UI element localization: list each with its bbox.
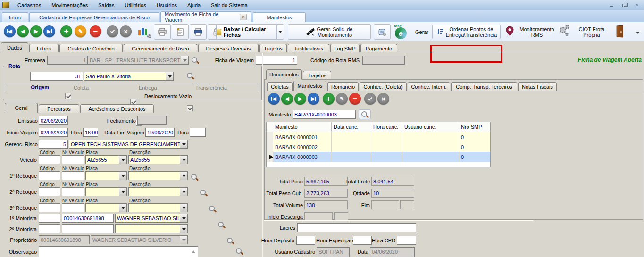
motorista1-combo[interactable]: WAGNER SEBASTIAO SILVE: [115, 214, 188, 223]
menu-saidas[interactable]: Saídas: [93, 2, 119, 8]
page-tab-custos[interactable]: Custos de Convênio: [59, 44, 123, 52]
reboque3-codigo-field[interactable]: [39, 203, 60, 212]
chart-config-icon[interactable]: [138, 26, 150, 37]
left-tab-percursos[interactable]: Percursos: [39, 104, 79, 113]
veiculo-codigo-field[interactable]: [39, 155, 60, 164]
motorista1-dropdown-icon[interactable]: [180, 214, 187, 222]
motorista1-numero-field[interactable]: 00014630691898: [62, 214, 114, 223]
reboque2-numero-field[interactable]: [62, 187, 84, 196]
veiculo-placa-combo[interactable]: AIZ5655: [85, 155, 127, 164]
subtab-notas-fiscais[interactable]: Notas Fiscais: [518, 82, 557, 91]
grid-col-hora-canc[interactable]: Hora canc.: [371, 122, 402, 132]
hora-inicio-field[interactable]: 16:00: [83, 128, 98, 137]
reboque2-placa-combo[interactable]: [85, 187, 127, 196]
grid-first-button[interactable]: ◀: [268, 93, 280, 105]
previous-record-button[interactable]: ◀: [17, 25, 29, 37]
inicio-viagem-field[interactable]: 02/06/2020: [39, 128, 68, 137]
grid-col-nro-smp[interactable]: Nro SMP: [459, 122, 490, 132]
subtab-romaneio[interactable]: Romaneio: [327, 82, 359, 91]
page-tab-pagamento[interactable]: Pagamento: [360, 44, 397, 52]
veiculo-lookup-icon[interactable]: [200, 189, 207, 197]
reboque3-placa-dropdown-icon[interactable]: [119, 204, 126, 212]
script-button[interactable]: [374, 24, 391, 40]
last-record-button[interactable]: ▶: [43, 25, 55, 37]
motorista2-numero-field[interactable]: [62, 224, 114, 233]
rota-lookup-icon[interactable]: [186, 72, 194, 80]
rota-code-field[interactable]: 31: [30, 72, 83, 81]
ciot-button[interactable]: [560, 26, 572, 38]
veiculo-placa-dropdown-icon[interactable]: [119, 156, 126, 164]
gerenc-dropdown-icon[interactable]: [180, 140, 187, 148]
menu-usuarios[interactable]: Usuários: [151, 2, 182, 8]
rota-combo[interactable]: São Paulo X Vitoria: [84, 72, 174, 81]
left-tab-acrescimos[interactable]: Acréscimos e Descontos: [80, 104, 154, 113]
print-button[interactable]: [154, 24, 171, 40]
reboque2-placa-dropdown-icon[interactable]: [119, 188, 126, 196]
rota-dropdown-icon[interactable]: [166, 72, 173, 80]
reboque3-numero-field[interactable]: [62, 203, 84, 212]
edit-record-button[interactable]: ✎: [75, 25, 86, 37]
page-tab-justificativas[interactable]: Justificativas: [288, 44, 329, 52]
menu-cadastros[interactable]: Cadastros: [12, 2, 46, 8]
reboque1-placa-dropdown-icon[interactable]: [119, 172, 126, 180]
gerar-solic-monitoramento-button[interactable]: Gerar. Solic. de Monitoramento: [288, 24, 371, 40]
delete-record-button[interactable]: −: [90, 25, 101, 37]
menu-sair[interactable]: Sair do Sistema: [206, 2, 253, 8]
gerenc-lookup-icon[interactable]: [191, 174, 198, 181]
reboque3-desc-dropdown-icon[interactable]: [180, 204, 187, 212]
veiculo-desc-dropdown-icon[interactable]: [180, 156, 187, 164]
print-preview-button[interactable]: [190, 24, 207, 40]
window-restore-button[interactable]: [618, 2, 630, 9]
reboque3-desc-combo[interactable]: [128, 203, 188, 212]
page-tab-gerenciamento[interactable]: Gerenciamento de Risco: [124, 44, 197, 52]
grid-next-button[interactable]: ▶: [294, 93, 306, 105]
monitoramento-rms-button[interactable]: [506, 26, 514, 37]
empresa-lookup-icon[interactable]: [191, 57, 199, 64]
grid-add-button[interactable]: +: [323, 93, 335, 105]
baixar-dropdown-button[interactable]: [276, 24, 284, 40]
page-tab-filtros[interactable]: Filtros: [29, 44, 59, 52]
reboque2-lookup-icon[interactable]: [217, 221, 225, 229]
reboque1-desc-dropdown-icon[interactable]: [180, 172, 187, 180]
subtab-manifestos[interactable]: Manifestos: [293, 81, 326, 91]
motorista1-codigo-field[interactable]: [39, 214, 60, 223]
hora-expedicao-field[interactable]: [353, 236, 372, 245]
grid-cancel-button[interactable]: ×: [377, 93, 389, 105]
motorista1-lookup-icon[interactable]: [235, 248, 243, 255]
monitoramento-rms-label[interactable]: Monitoramento RMS: [516, 26, 558, 38]
reboque1-codigo-field[interactable]: [39, 171, 60, 180]
confirm-button[interactable]: [107, 25, 118, 37]
gerenc-risco-combo[interactable]: OPEN TECH SISTEMAS DE GERENCIAMENTO DE R…: [69, 140, 188, 149]
manifesto-lookup-button[interactable]: [359, 109, 371, 119]
reboque1-numero-field[interactable]: [62, 171, 84, 180]
lacres-field[interactable]: [297, 223, 416, 232]
reboque1-placa-combo[interactable]: [85, 171, 127, 180]
window-close-button[interactable]: ×: [631, 1, 643, 8]
tab-close-icon[interactable]: ✕: [240, 14, 247, 20]
ciot-label[interactable]: CIOT Frota Própria: [574, 26, 610, 38]
grid-col-usuario-canc[interactable]: Usuario canc.: [402, 122, 459, 132]
page-tab-logsmp[interactable]: Log SMP: [330, 44, 360, 52]
toolbar-overflow-icon[interactable]: [636, 32, 640, 36]
reboque2-desc-dropdown-icon[interactable]: [180, 188, 187, 196]
baixar-calcular-button[interactable]: Baixar / Calcular Fichas: [216, 24, 276, 40]
reboque2-desc-combo[interactable]: [128, 187, 188, 196]
veiculo-desc-combo[interactable]: AIZ5655: [128, 155, 188, 164]
hora-cpd-field[interactable]: [397, 236, 416, 245]
page-tab-despesas[interactable]: Despesas Diversas: [198, 44, 259, 52]
grid-previous-button[interactable]: ◀: [281, 93, 293, 105]
subtab-conhec-intern[interactable]: Conhec. Intern.: [408, 82, 450, 91]
window-minimize-button[interactable]: [605, 1, 618, 8]
menu-movimentacoes[interactable]: Movimentações: [46, 2, 93, 8]
reboque2-codigo-field[interactable]: [39, 187, 60, 196]
ordenar-pontos-button[interactable]: Ordenar Pontos de Entrega\Transferência: [432, 25, 501, 39]
subtab-comp-transp[interactable]: Comp. Transp. Terceiros: [451, 82, 517, 91]
motorista2-codigo-field[interactable]: [39, 224, 60, 233]
reboque3-placa-combo[interactable]: [85, 203, 127, 212]
motorista2-dropdown-icon[interactable]: [180, 225, 187, 233]
report-button[interactable]: [172, 24, 189, 40]
data-fim-field[interactable]: 19/06/2020: [145, 128, 175, 137]
grid-col-data-canc[interactable]: Data canc.: [332, 122, 371, 132]
grid-confirm-button[interactable]: [364, 93, 376, 105]
tab-cadastro-empresas[interactable]: Cadastro de Empresas Gerenciadoras de Ri…: [29, 12, 159, 22]
